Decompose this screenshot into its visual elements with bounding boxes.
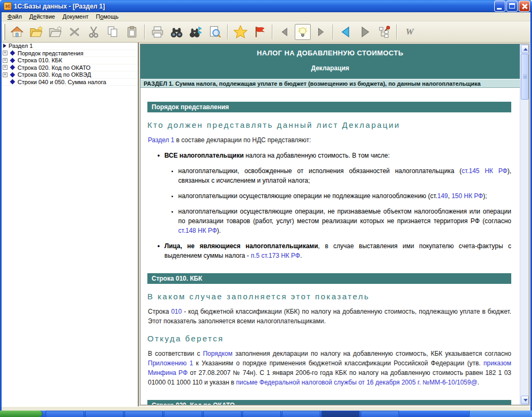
tree-item[interactable]: Порядок представления (2, 50, 138, 58)
preview-button[interactable] (205, 23, 225, 41)
start-button[interactable] (0, 411, 43, 417)
maximize-icon (509, 3, 515, 9)
favorites-star-icon (233, 24, 248, 39)
document-title: НАЛОГ НА ДОБАВЛЕННУЮ СТОИМОСТЬ (140, 44, 520, 57)
print-icon (151, 25, 164, 39)
next-topic-button[interactable] (311, 23, 330, 41)
find-next-button[interactable] (186, 23, 205, 41)
diamond-icon (10, 51, 15, 56)
contents-pin-icon (377, 25, 391, 39)
text-span: айл (12, 13, 22, 20)
text-span: . (477, 379, 479, 386)
open-folder-button[interactable] (27, 23, 46, 41)
inline-link[interactable]: Приложению 1 (148, 359, 193, 367)
taskbar-button-active[interactable] (321, 411, 360, 417)
heading-when-filled: В каком случае заполняется этот показате… (147, 292, 511, 301)
contents-button[interactable] (375, 23, 394, 41)
minimize-button[interactable] (494, 1, 505, 12)
tree-item-label: Строки 040 и 050. Сумма налога (18, 79, 106, 85)
tree-item[interactable]: Строки 040 и 050. Сумма налога (2, 79, 138, 86)
taskbar-button[interactable] (203, 411, 242, 417)
sub-bullet-item: налогоплательщики осуществляющие операци… (171, 207, 511, 235)
taskbar-button[interactable] (164, 411, 202, 417)
paste-button[interactable] (122, 23, 142, 41)
close-button[interactable] (519, 1, 530, 12)
taskbar-button[interactable] (46, 411, 84, 417)
tree-item[interactable]: Строка 030. Код по ОКВЭД (2, 71, 138, 79)
square-bullet-icon (171, 166, 178, 185)
expand-icon[interactable] (3, 58, 7, 63)
toolbar-separator (272, 24, 273, 39)
prev-topic-button[interactable] (276, 23, 295, 41)
scroll-up-button[interactable] (521, 45, 529, 53)
highlight-button[interactable] (295, 24, 311, 40)
cut-icon (87, 25, 101, 39)
inline-link[interactable]: 150 НК РФ (452, 192, 483, 200)
new-folder-button[interactable] (46, 23, 65, 41)
home-button[interactable] (7, 23, 27, 41)
inline-link[interactable]: Раздел 1 (148, 136, 174, 144)
delete-button[interactable] (65, 23, 84, 41)
flag-button[interactable] (250, 23, 269, 41)
text-span: ВСЕ налогоплательщики (164, 152, 244, 159)
paste-icon (125, 25, 139, 39)
inline-link[interactable]: письме Федеральной налоговой службы от 1… (236, 379, 478, 386)
system-tray[interactable] (469, 411, 532, 417)
taskbar-button[interactable] (282, 411, 320, 417)
heading-who-submits: Кто должен представлять данный лист Декл… (147, 120, 511, 129)
expand-icon[interactable] (3, 51, 7, 55)
taskbar-button[interactable] (243, 411, 281, 417)
taskbar (0, 411, 532, 417)
bullet-icon (157, 241, 164, 260)
text-span: заполнения декларации по налогу на добав… (232, 350, 511, 357)
taskbar-buttons (43, 411, 469, 417)
inline-link[interactable]: 010 (171, 308, 182, 315)
menu-document[interactable]: Документ (59, 13, 92, 20)
open-folder-icon (29, 25, 43, 39)
application-window: 1С 1С:Базы данных - [Раздел 1] Файл Дейс… (0, 0, 532, 417)
forward-button[interactable] (355, 23, 375, 41)
tree-root[interactable]: Раздел 1 (2, 43, 138, 50)
bullet-item: Лица, не являющиеся налогоплательщиками,… (157, 241, 511, 260)
heading-source: Откуда берется (147, 334, 511, 343)
inline-link[interactable]: п.5 ст.173 НК РФ (251, 252, 300, 259)
menu-help[interactable]: Помощь (92, 13, 122, 20)
menu-action[interactable]: Действие (26, 13, 59, 20)
taskbar-button[interactable] (361, 411, 399, 417)
tree-item[interactable]: Строка 020. Код по ОКАТО (2, 64, 138, 72)
back-button[interactable] (336, 23, 355, 41)
taskbar-button[interactable] (85, 411, 123, 417)
scrollbar-thumb[interactable] (521, 54, 529, 100)
inline-link[interactable]: Порядком (203, 350, 232, 357)
copy-icon (106, 25, 120, 39)
maximize-button[interactable] (506, 1, 518, 12)
text-span: налогоплательщики осуществляющие операци… (178, 192, 437, 200)
text-span: йствие (37, 13, 55, 20)
expand-icon[interactable] (3, 65, 7, 70)
paragraph-source: В соответствии с Порядком заполнения дек… (148, 349, 511, 387)
window-frame: Файл Действие Документ Помощь (0, 12, 532, 411)
word-export-button[interactable]: W (400, 23, 419, 41)
next-arrow-icon (315, 27, 325, 37)
inline-link[interactable]: 149 (437, 192, 448, 200)
vertical-scrollbar[interactable] (520, 44, 529, 405)
scroll-down-button[interactable] (521, 396, 529, 404)
taskbar-button[interactable] (124, 411, 163, 417)
copy-button[interactable] (103, 23, 122, 41)
expand-icon[interactable] (3, 72, 7, 77)
tree-item[interactable]: Строка 010. КБК (2, 57, 138, 64)
inline-link[interactable]: ст.145 НК РФ (462, 167, 508, 175)
find-button[interactable] (167, 23, 186, 41)
section-band: РАЗДЕЛ 1. Сумма налога, подлежащая уплат… (140, 79, 520, 88)
diamond-icon (10, 65, 15, 70)
favorites-button[interactable] (231, 23, 250, 41)
menu-file[interactable]: Файл (4, 13, 26, 20)
paragraph-kbk: Строка 010 - код бюджетной классификации… (148, 307, 511, 326)
section-header-kbk: Строка 010. КБК (147, 273, 511, 284)
tree-item-label: Строка 010. КБК (18, 57, 62, 63)
document-scroll-area: НАЛОГ НА ДОБАВЛЕННУЮ СТОИМОСТЬ Деклараци… (140, 44, 520, 405)
diamond-icon (10, 72, 15, 77)
print-button[interactable] (148, 23, 167, 41)
inline-link[interactable]: ст.148 НК РФ (178, 227, 217, 234)
cut-button[interactable] (84, 23, 103, 41)
